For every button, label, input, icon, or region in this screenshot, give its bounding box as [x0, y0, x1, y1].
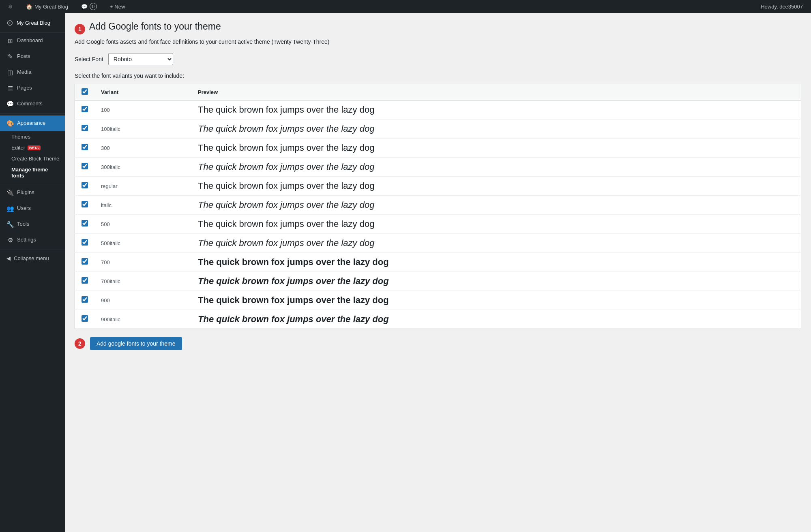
admin-bar: ⚛ 🏠 My Great Blog 💬 0 + New Howdy, dee35…	[0, 0, 811, 13]
variant-preview-700italic: The quick brown fox jumps over the lazy …	[191, 272, 801, 291]
sidebar-item-settings[interactable]: ⚙ Settings	[0, 232, 65, 248]
variant-preview-100italic: The quick brown fox jumps over the lazy …	[191, 120, 801, 139]
settings-icon: ⚙	[6, 236, 14, 244]
page-title: Add Google fonts to your theme	[89, 21, 221, 32]
collapse-menu-button[interactable]: ◀ Collapse menu	[0, 252, 65, 265]
comment-bubble-icon: 💬	[81, 4, 88, 10]
appearance-icon: 🎨	[6, 119, 14, 128]
checkbox-cell-regular	[75, 177, 95, 196]
comments-icon: 💬	[6, 100, 14, 108]
beta-badge: beta	[28, 145, 41, 150]
checkbox-300italic[interactable]	[82, 163, 88, 169]
content-area: 1 Add Google fonts to your theme Add Goo…	[65, 13, 811, 532]
wp-logo-icon: ⚛	[8, 4, 13, 10]
variant-name-500: 500	[94, 215, 191, 234]
variant-name-500italic: 500italic	[94, 234, 191, 253]
pages-icon: ☰	[6, 84, 14, 92]
variant-name-700: 700	[94, 253, 191, 272]
site-icon: ⊙	[6, 18, 13, 28]
variant-name-300italic: 300italic	[94, 158, 191, 177]
sidebar-item-posts[interactable]: ✎ Posts	[0, 49, 65, 64]
site-home-icon: 🏠	[26, 4, 32, 10]
checkbox-cell-italic	[75, 196, 95, 215]
checkbox-900[interactable]	[82, 296, 88, 303]
header-preview: Preview	[191, 84, 801, 100]
collapse-icon: ◀	[6, 255, 11, 261]
sidebar-item-pages[interactable]: ☰ Pages	[0, 80, 65, 96]
adminbar-user-greeting[interactable]: Howdy, dee35007	[757, 0, 806, 13]
checkbox-cell-700	[75, 253, 95, 272]
variant-name-italic: italic	[94, 196, 191, 215]
sidebar-item-comments[interactable]: 💬 Comments	[0, 96, 65, 112]
sidebar-item-users[interactable]: 👥 Users	[0, 201, 65, 216]
table-row: 300italicThe quick brown fox jumps over …	[75, 158, 801, 177]
main-layout: ⊙ My Great Blog ⊞ Dashboard ✎ Posts ◫ Me…	[0, 13, 811, 532]
sidebar-submenu-themes[interactable]: Themes	[0, 131, 65, 142]
sidebar-divider-1	[0, 113, 65, 114]
checkbox-cell-500italic	[75, 234, 95, 253]
adminbar-comments[interactable]: 💬 0	[78, 0, 100, 13]
variant-preview-900: The quick brown fox jumps over the lazy …	[191, 291, 801, 310]
submit-button[interactable]: Add google fonts to your theme	[90, 337, 182, 350]
checkbox-cell-300	[75, 139, 95, 158]
checkbox-cell-300italic	[75, 158, 95, 177]
sidebar-site-name[interactable]: ⊙ My Great Blog	[0, 13, 65, 33]
variant-name-900italic: 900italic	[94, 310, 191, 329]
variant-preview-regular: The quick brown fox jumps over the lazy …	[191, 177, 801, 196]
sidebar-item-dashboard[interactable]: ⊞ Dashboard	[0, 33, 65, 49]
checkbox-500italic[interactable]	[82, 239, 88, 246]
media-icon: ◫	[6, 68, 14, 77]
font-select[interactable]: Roboto Open Sans Lato Montserrat Oswald	[108, 53, 173, 65]
checkbox-cell-100	[75, 100, 95, 120]
plugins-icon: 🔌	[6, 188, 14, 197]
checkbox-500[interactable]	[82, 220, 88, 226]
checkbox-700[interactable]	[82, 258, 88, 265]
checkbox-100[interactable]	[82, 106, 88, 112]
table-row: 300The quick brown fox jumps over the la…	[75, 139, 801, 158]
sidebar: ⊙ My Great Blog ⊞ Dashboard ✎ Posts ◫ Me…	[0, 13, 65, 532]
select-all-checkbox[interactable]	[82, 88, 88, 95]
table-row: italicThe quick brown fox jumps over the…	[75, 196, 801, 215]
checkbox-italic[interactable]	[82, 201, 88, 207]
table-row: 100italicThe quick brown fox jumps over …	[75, 120, 801, 139]
adminbar-new[interactable]: + New	[107, 0, 128, 13]
adminbar-logo[interactable]: ⚛	[5, 0, 16, 13]
table-row: 700italicThe quick brown fox jumps over …	[75, 272, 801, 291]
step1-badge: 1	[75, 24, 85, 34]
sidebar-item-tools[interactable]: 🔧 Tools	[0, 216, 65, 232]
variant-preview-300italic: The quick brown fox jumps over the lazy …	[191, 158, 801, 177]
users-icon: 👥	[6, 204, 14, 213]
variant-preview-700: The quick brown fox jumps over the lazy …	[191, 253, 801, 272]
adminbar-site-name[interactable]: 🏠 My Great Blog	[23, 0, 71, 13]
table-row: 900The quick brown fox jumps over the la…	[75, 291, 801, 310]
sidebar-submenu-editor[interactable]: Editor beta	[0, 142, 65, 153]
variants-table: Variant Preview 100The quick brown fox j…	[75, 84, 801, 329]
sidebar-divider-2	[0, 183, 65, 183]
header-variant: Variant	[94, 84, 191, 100]
step1-row: 1 Add Google fonts to your theme	[75, 21, 801, 37]
variant-preview-100: The quick brown fox jumps over the lazy …	[191, 100, 801, 120]
comment-count: 0	[90, 3, 97, 10]
variant-name-100italic: 100italic	[94, 120, 191, 139]
sidebar-item-appearance[interactable]: 🎨 Appearance	[0, 115, 65, 131]
checkbox-regular[interactable]	[82, 182, 88, 188]
variant-preview-500italic: The quick brown fox jumps over the lazy …	[191, 234, 801, 253]
submit-section: 2 Add google fonts to your theme	[75, 337, 801, 350]
checkbox-300[interactable]	[82, 144, 88, 150]
step2-badge: 2	[75, 338, 85, 349]
checkbox-cell-900italic	[75, 310, 95, 329]
sidebar-submenu-create-block-theme[interactable]: Create Block Theme	[0, 153, 65, 164]
sidebar-item-plugins[interactable]: 🔌 Plugins	[0, 185, 65, 201]
posts-icon: ✎	[6, 52, 14, 61]
sidebar-submenu-manage-theme-fonts[interactable]: Manage theme fonts	[0, 164, 65, 181]
checkbox-700italic[interactable]	[82, 277, 88, 284]
table-row: 900italicThe quick brown fox jumps over …	[75, 310, 801, 329]
checkbox-100italic[interactable]	[82, 125, 88, 131]
tools-icon: 🔧	[6, 220, 14, 229]
variant-preview-italic: The quick brown fox jumps over the lazy …	[191, 196, 801, 215]
dashboard-icon: ⊞	[6, 36, 14, 45]
checkbox-900italic[interactable]	[82, 315, 88, 322]
variant-preview-900italic: The quick brown fox jumps over the lazy …	[191, 310, 801, 329]
header-checkbox-col	[75, 84, 95, 100]
sidebar-item-media[interactable]: ◫ Media	[0, 64, 65, 80]
